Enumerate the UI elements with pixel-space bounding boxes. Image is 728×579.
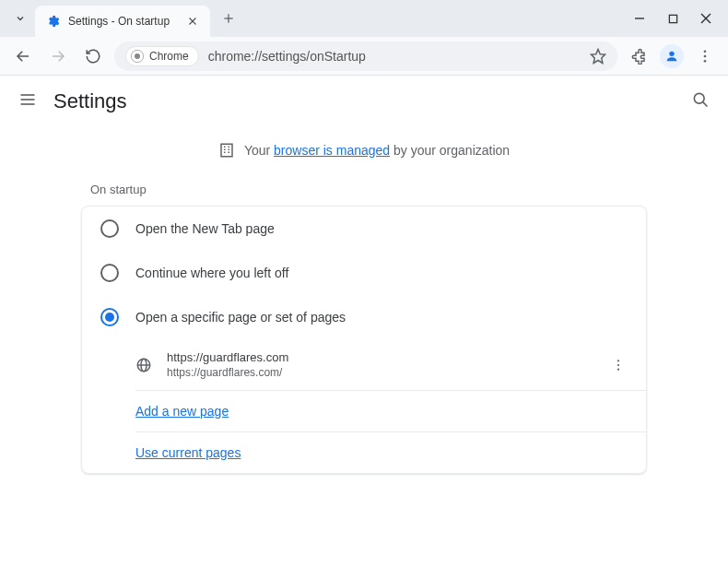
svg-rect-23 [221, 144, 232, 157]
section-title: On startup [90, 183, 638, 196]
page-entry-title: https://guardflares.com [167, 350, 594, 364]
url-text: chrome://settings/onStartup [208, 49, 581, 64]
search-button[interactable] [691, 90, 710, 112]
building-icon [218, 142, 235, 159]
svg-point-33 [617, 360, 619, 361]
option-continue[interactable]: Continue where you left off [82, 251, 646, 295]
close-window-button[interactable] [700, 13, 711, 24]
svg-point-15 [704, 50, 707, 53]
use-current-link[interactable]: Use current pages [135, 445, 241, 460]
back-button[interactable] [9, 42, 37, 70]
menu-dots-icon[interactable] [691, 42, 719, 70]
browser-toolbar: Chrome chrome://settings/onStartup [0, 37, 728, 76]
radio-unchecked[interactable] [100, 264, 119, 282]
browser-titlebar: Settings - On startup [0, 0, 728, 37]
tab-chevron-down-icon[interactable] [7, 6, 33, 31]
tab-title: Settings - On startup [68, 15, 179, 28]
site-chip[interactable]: Chrome [125, 46, 199, 66]
page-entry-url: https://guardflares.com/ [167, 366, 594, 379]
close-tab-icon[interactable] [186, 15, 199, 28]
gear-icon [46, 14, 61, 29]
svg-point-17 [704, 59, 707, 62]
chrome-icon [130, 49, 145, 64]
bookmark-star-icon[interactable] [590, 48, 606, 65]
maximize-button[interactable] [667, 13, 678, 24]
managed-banner: Your browser is managed by your organiza… [81, 127, 647, 170]
globe-icon [135, 357, 152, 373]
window-controls [634, 13, 721, 24]
settings-content: Your browser is managed by your organiza… [0, 127, 728, 492]
active-tab[interactable]: Settings - On startup [35, 6, 210, 37]
svg-marker-13 [592, 49, 605, 63]
svg-point-12 [135, 53, 140, 59]
startup-page-entry: https://guardflares.com https://guardfla… [82, 339, 646, 390]
page-entry-menu[interactable] [609, 358, 628, 372]
add-page-link[interactable]: Add a new page [135, 404, 229, 419]
svg-line-22 [703, 102, 708, 107]
managed-link[interactable]: browser is managed [274, 143, 390, 158]
profile-avatar[interactable] [660, 44, 684, 68]
page-title: Settings [53, 89, 127, 113]
settings-header: Settings [0, 76, 728, 127]
hamburger-menu-icon[interactable] [18, 90, 37, 112]
option-specific-pages[interactable]: Open a specific page or set of pages [82, 295, 646, 339]
svg-point-35 [617, 368, 619, 370]
startup-card: Open the New Tab page Continue where you… [81, 206, 647, 474]
svg-rect-6 [669, 15, 676, 22]
address-bar[interactable]: Chrome chrome://settings/onStartup [114, 41, 617, 71]
option-new-tab[interactable]: Open the New Tab page [82, 207, 646, 251]
forward-button[interactable] [44, 42, 72, 70]
radio-unchecked[interactable] [100, 219, 119, 238]
svg-point-16 [704, 54, 707, 57]
reload-button[interactable] [79, 42, 107, 70]
new-tab-button[interactable] [216, 6, 241, 31]
svg-point-21 [694, 93, 704, 103]
radio-checked[interactable] [100, 308, 119, 326]
minimize-button[interactable] [634, 13, 645, 24]
extensions-button[interactable] [625, 42, 652, 70]
svg-point-14 [669, 51, 674, 55]
svg-point-34 [617, 363, 619, 365]
